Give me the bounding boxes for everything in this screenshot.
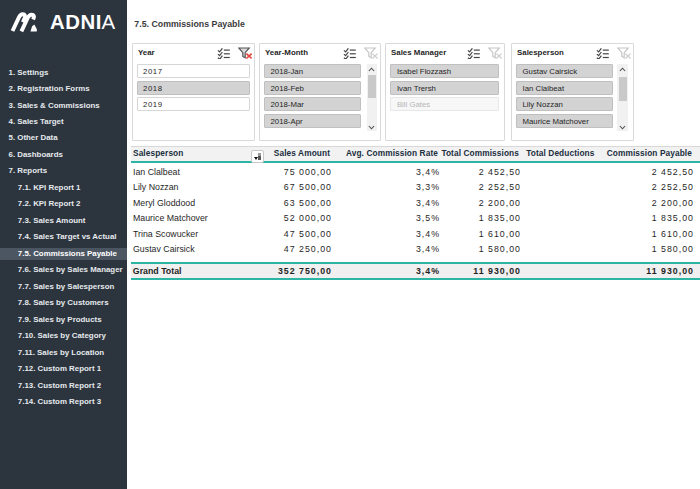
svg-text:ADNI: ADNI	[50, 11, 102, 33]
svg-text:A: A	[102, 11, 116, 33]
